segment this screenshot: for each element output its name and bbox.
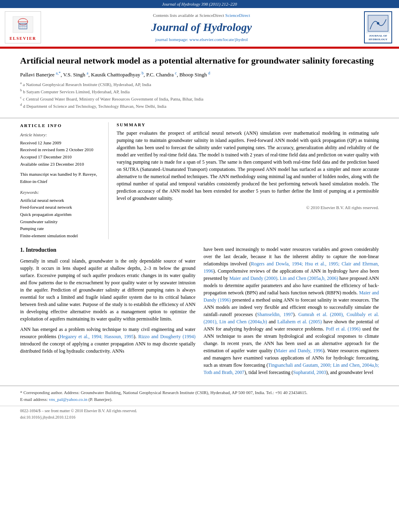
section1-title: 1. Introduction: [20, 246, 195, 254]
body-paragraph-2: ANN has emerged as a problem solving tec…: [20, 326, 195, 355]
article-info-title: ARTICLE INFO: [20, 122, 100, 129]
authors-line: Pallavi Banerjee a,*, V.S. Singh a, Kaus…: [20, 71, 379, 78]
available-date: Available online 23 December 2010: [20, 161, 100, 168]
ref-hegazey: Hegazey et al., 1994; Hassoun, 1995: [60, 334, 134, 339]
ref-poff: Poff et al. (1996): [326, 326, 360, 332]
svg-point-11: [377, 22, 379, 25]
sciencedirect-line: Contents lists available at ScienceDirec…: [45, 13, 358, 18]
homepage-label: journal homepage:: [155, 37, 189, 42]
copyright-line: © 2010 Elsevier B.V. All rights reserved…: [117, 205, 379, 210]
keyword-6: Finite-element simulation model: [20, 232, 100, 240]
article-header: Artificial neural network model as a pot…: [0, 49, 399, 116]
accepted-date: Accepted 17 December 2010: [20, 154, 100, 161]
body-right-column: have been used increasingly to model wat…: [204, 246, 379, 379]
journal-citation: Journal of Hydrology 398 (2011) 212–220: [162, 2, 237, 6]
journal-title: Journal of Hydrology: [45, 21, 358, 34]
keyword-1: Artificial neural network: [20, 197, 100, 204]
sciencedirect-link[interactable]: ScienceDirect: [225, 13, 250, 18]
keyword-2: Feed-forward neural network: [20, 204, 100, 211]
ref-maier2000: Maier and Dandy (2000): [229, 275, 277, 281]
ref-rizzo: Rizzo and Dougherty (1994): [138, 334, 195, 339]
summary-text: The paper evaluates the prospect of arti…: [117, 129, 379, 202]
revised-date: Received in revised form 2 October 2010: [20, 146, 100, 154]
ref-maier1996: Maier and Dandy (1996): [204, 290, 379, 303]
journal-logo-box: JOURNAL OFHYDROLOGY: [364, 11, 392, 43]
footer: 0022-1694/$ – see front matter © 2010 El…: [0, 406, 399, 422]
journal-header: ELSEVIER Contents lists available at Sci…: [0, 8, 399, 47]
received-date: Received 12 June 2009: [20, 140, 100, 147]
ref-lin2006: Lin and Chen (2005a,b, 2006): [280, 275, 338, 281]
journal-homepage: journal homepage: www.elsevier.com/locat…: [45, 37, 358, 42]
affiliation-c: c c Central Ground Water Board, Ministry…: [20, 95, 379, 102]
email-note: E-mail address: vns_pal@yahoo.co.in (P. …: [20, 396, 379, 403]
ref-rogers: Rogers and Dowla, 1994; Hsu et al., 1995…: [204, 261, 379, 274]
keywords-list: Artificial neural network Feed-forward n…: [20, 197, 100, 240]
elsevier-graphic-svg: [11, 14, 35, 35]
elsevier-label: ELSEVIER: [10, 36, 37, 41]
ref-supharatid: Supharatid, 2003: [293, 370, 326, 375]
issn-line: 0022-1694/$ – see front matter © 2010 El…: [20, 408, 379, 414]
ref-tingsanchali: Tingsanchali and Gautam, 2000; Lin and C…: [204, 362, 379, 375]
keywords-section: Keywords: Artificial neural network Feed…: [20, 189, 100, 239]
affiliation-a: a a National Geophysical Research Instit…: [20, 80, 379, 88]
contents-available-text: Contents lists available at ScienceDirec…: [153, 13, 224, 18]
summary-section: SUMMARY The paper evaluates the prospect…: [109, 122, 379, 240]
homepage-url[interactable]: www.elsevier.com/locate/jhydrol: [189, 37, 248, 42]
email-address[interactable]: vns_pal@yahoo.co.in: [49, 397, 87, 402]
doi-line: doi:10.1016/j.jhydrol.2010.12.016: [20, 414, 379, 421]
keyword-3: Quick propagation algorithm: [20, 211, 100, 218]
keywords-title: Keywords:: [20, 189, 100, 196]
body-paragraph-1: Generally in small coral islands, ground…: [20, 257, 195, 322]
keyword-5: Pumping rate: [20, 225, 100, 232]
email-label: E-mail address:: [20, 397, 49, 402]
journal-logo-svg: [366, 13, 390, 33]
ref-lallahem: Lallahem et al. (2005): [278, 319, 322, 325]
ref-maier-dandy-1996: Maier and Dandy, 1996: [276, 348, 323, 353]
history-label: Article history:: [20, 131, 100, 139]
journal-citation-bar: Journal of Hydrology 398 (2011) 212–220: [0, 0, 399, 8]
author-pallavi: Pallavi Banerjee a,*, V.S. Singh a, Kaus…: [20, 72, 210, 78]
affiliations: a a National Geophysical Research Instit…: [20, 80, 379, 110]
main-body: 1. Introduction Generally in small coral…: [0, 239, 399, 386]
keyword-4: Groundwater salinity: [20, 218, 100, 226]
body-left-column: 1. Introduction Generally in small coral…: [20, 246, 195, 379]
elsevier-logo: ELSEVIER: [5, 11, 41, 43]
editor-note: This manuscript was handled by P. Baveye…: [20, 171, 100, 185]
body-paragraph-3: have been used increasingly to model wat…: [204, 246, 379, 376]
corresponding-author-note: * Corresponding author. Address: Groundw…: [20, 389, 379, 396]
journal-header-middle: Contents lists available at ScienceDirec…: [45, 11, 358, 43]
affiliation-b: b b Satyam Computer Services Limited, Hy…: [20, 88, 379, 95]
footnote-section: * Corresponding author. Address: Groundw…: [0, 386, 399, 406]
ref-shamseldin: Shamseldin, 1997: [257, 312, 293, 317]
summary-title: SUMMARY: [117, 122, 379, 127]
article-title: Artificial neural network model as a pot…: [20, 55, 379, 67]
logo-text: JOURNAL OFHYDROLOGY: [369, 34, 388, 41]
article-info-summary: ARTICLE INFO Article history: Received 1…: [0, 118, 399, 240]
journal-logo: JOURNAL OFHYDROLOGY: [362, 11, 394, 43]
article-info-panel: ARTICLE INFO Article history: Received 1…: [20, 122, 109, 240]
email-person: (P. Banerjee).: [88, 397, 113, 402]
affiliation-d: d d Department of Science and Technology…: [20, 102, 379, 109]
